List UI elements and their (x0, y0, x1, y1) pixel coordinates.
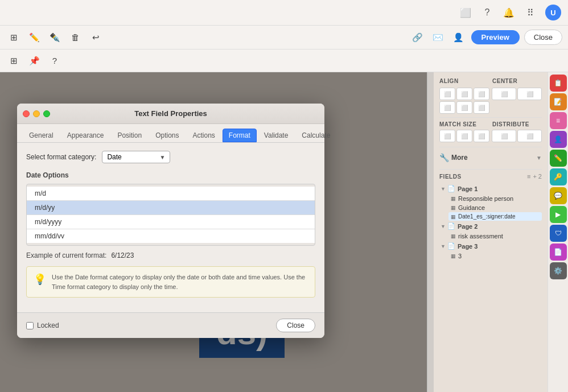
center-v-btn[interactable]: ⬜ (517, 88, 542, 100)
field-label-responsible-person: Responsible person (458, 195, 513, 202)
scrollbar[interactable] (427, 72, 434, 392)
align-bottom-btn[interactable]: ⬜ (474, 101, 489, 114)
align-left-btn[interactable]: ⬜ (439, 88, 455, 100)
rp-icon-blue[interactable]: 🛡 (550, 225, 567, 242)
field-guidance[interactable]: ▦ Guidance (448, 203, 542, 212)
pin-icon[interactable]: 📌 (26, 53, 42, 69)
match-width-btn[interactable]: ⬜ (439, 130, 455, 142)
modal-close-button[interactable]: Close (276, 319, 315, 332)
grid-view-icon[interactable]: ⊞ (6, 30, 22, 46)
fields-sort-icon[interactable]: ≡ (527, 173, 530, 180)
date-format-mmddvv[interactable]: mm/dd/vv (27, 229, 315, 243)
center-h-btn[interactable]: ⬜ (492, 88, 516, 100)
monitor-icon[interactable]: ⬜ (459, 6, 472, 19)
panel-content: ALIGN CENTER ⬜ ⬜ ⬜ ⬜ ⬜ ⬜ ⬜ ⬜ (434, 72, 548, 392)
page1-icon: 📄 (447, 185, 455, 192)
field-label-3: 3 (458, 253, 462, 259)
page3-header[interactable]: ▼ 📄 Page 3 (439, 241, 542, 251)
field-date1[interactable]: ▦ Date1_es_:signer:date (448, 212, 542, 221)
divider2 (439, 147, 542, 147)
question-icon[interactable]: ? (480, 6, 494, 19)
tab-options[interactable]: Options (149, 129, 185, 142)
format-category-label: Select format category: (26, 153, 96, 161)
link-icon[interactable]: 🔗 (410, 30, 426, 46)
grid-icon[interactable]: ⠿ (524, 6, 537, 19)
locked-checkbox[interactable] (26, 322, 34, 329)
locked-row: Locked (26, 321, 59, 329)
distribute-v-btn[interactable]: ⬜ (517, 130, 542, 142)
example-label: Example of current format: (26, 251, 106, 259)
preview-button[interactable]: Preview (471, 30, 520, 44)
close-button[interactable]: Close (524, 30, 562, 45)
more-chevron-icon[interactable]: ▼ (536, 155, 542, 161)
toolbar3: ⊞ 📌 ? (0, 49, 568, 72)
field-label-guidance: Guidance (458, 204, 485, 211)
page1-label: Page 1 (458, 185, 478, 192)
locked-label: Locked (37, 321, 59, 329)
rp-icon-active[interactable]: 📄 (550, 244, 567, 261)
tab-actions[interactable]: Actions (186, 129, 221, 142)
pen-icon[interactable]: ✒️ (47, 30, 63, 46)
page1-header[interactable]: ▼ 📄 Page 1 (439, 183, 542, 194)
field-label-date1: Date1_es_:signer:date (458, 213, 516, 220)
align-middle-btn[interactable]: ⬜ (456, 101, 472, 114)
lightbulb-icon: 💡 (34, 273, 46, 286)
rp-icon-pink[interactable]: ≡ (550, 112, 567, 129)
trash-icon[interactable]: 🗑 (67, 30, 83, 46)
tab-general[interactable]: General (23, 129, 60, 142)
field-icon-3: ▦ (451, 214, 456, 220)
toolbar2: ⊞ ✏️ ✒️ 🗑 ↩ 🔗 ✉️ 👤 Preview Close (0, 26, 568, 49)
field-risk-assessment[interactable]: ▦ risk assessment (448, 232, 542, 241)
rp-icon-gray[interactable]: ⚙️ (550, 262, 567, 279)
tab-format[interactable]: Format (223, 129, 257, 142)
tab-position[interactable]: Position (111, 129, 148, 142)
info-box: 💡 Use the Date format category to displa… (26, 266, 315, 298)
date-options-label: Date Options (26, 171, 315, 179)
date-format-mdyy[interactable]: m/d/yy (27, 201, 315, 215)
field-icon-5: ▦ (451, 253, 456, 259)
rp-icon-green[interactable]: ✏️ (550, 150, 567, 167)
close-window-button[interactable] (23, 110, 30, 117)
page1-chevron-icon: ▼ (441, 186, 446, 192)
match-both-btn[interactable]: ⬜ (474, 130, 489, 142)
user-icon[interactable]: 👤 (451, 30, 467, 46)
page2-header[interactable]: ▼ 📄 Page 2 (439, 221, 542, 232)
rp-icon-orange[interactable]: 📝 (550, 93, 567, 110)
minimize-window-button[interactable] (33, 110, 40, 117)
bell-icon[interactable]: 🔔 (502, 6, 516, 19)
pencil-icon[interactable]: ✏️ (26, 30, 42, 46)
tab-validate[interactable]: Validate (258, 129, 294, 142)
rp-icon-teal[interactable]: 🔑 (550, 168, 567, 185)
align-right-btn[interactable]: ⬜ (474, 88, 489, 100)
grid-small-icon[interactable]: ⊞ (6, 53, 22, 69)
undo-icon[interactable]: ↩ (88, 30, 104, 46)
field-3[interactable]: ▦ 3 (448, 251, 542, 261)
window-controls (23, 110, 50, 117)
tab-appearance[interactable]: Appearance (61, 129, 110, 142)
avatar[interactable]: U (545, 5, 561, 20)
page3-label: Page 3 (458, 243, 478, 250)
date-format-mdyyyy[interactable]: m/d/yyyy (27, 215, 315, 229)
rp-icon-yellow[interactable]: 💬 (550, 187, 567, 204)
modal-footer: Locked Close (17, 312, 324, 338)
rp-icon-purple2[interactable]: 👤 (550, 131, 567, 148)
maximize-window-button[interactable] (43, 110, 50, 117)
main-area: orm ds) Text Field Properties General Ap… (0, 72, 568, 392)
mail-icon[interactable]: ✉️ (430, 30, 446, 46)
rp-icon-red[interactable]: 📋 (550, 75, 567, 92)
match-height-btn[interactable]: ⬜ (456, 130, 472, 142)
align-top-btn[interactable]: ⬜ (439, 101, 455, 114)
date-format-md[interactable]: m/d (27, 187, 315, 201)
tab-calculate[interactable]: Calculate (295, 129, 336, 142)
divider1 (439, 117, 542, 118)
format-category-select[interactable]: Date ▼ (102, 151, 170, 163)
divider3 (439, 169, 542, 170)
rp-icon-green2[interactable]: ▶ (550, 206, 567, 223)
fields-add-icon[interactable]: + 2 (533, 173, 542, 180)
align-center-btn[interactable]: ⬜ (456, 88, 472, 100)
help-circle-icon[interactable]: ? (47, 53, 63, 69)
info-text: Use the Date format category to display … (52, 273, 308, 291)
distribute-h-btn[interactable]: ⬜ (492, 130, 516, 142)
field-responsible-person[interactable]: ▦ Responsible person (448, 194, 542, 203)
page2-icon: 📄 (447, 222, 455, 230)
